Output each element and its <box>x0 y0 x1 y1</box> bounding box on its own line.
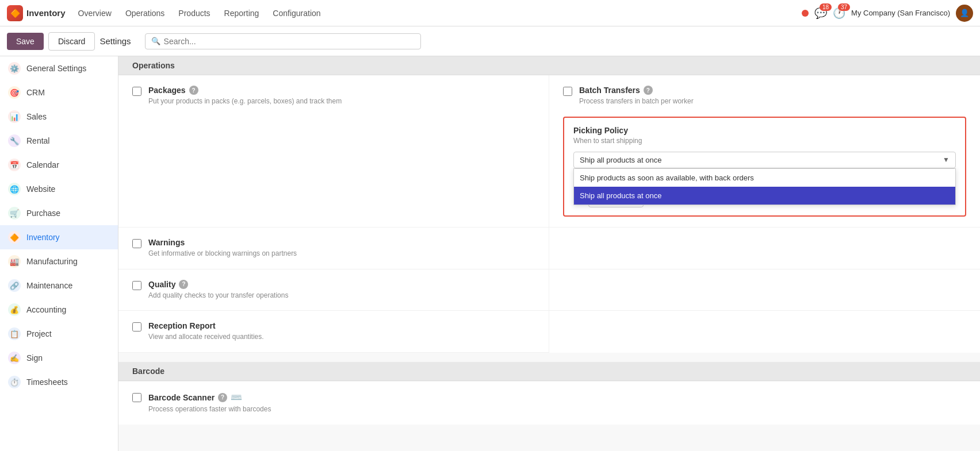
operations-settings: Packages ? Put your products in packs (e… <box>118 75 980 353</box>
sidebar-label-accounting: Accounting <box>26 305 66 314</box>
toolbar: Save Discard Settings 🔍 <box>0 26 980 56</box>
dropdown-option-1[interactable]: Ship all products at once <box>574 187 955 205</box>
barcode-section-header: Barcode <box>118 362 980 381</box>
timesheets-icon: ⏱️ <box>8 376 21 388</box>
save-button[interactable]: Save <box>7 33 44 50</box>
sidebar-label-sales: Sales <box>26 112 47 121</box>
sidebar-item-project[interactable]: 📋 Project <box>0 322 118 346</box>
calendar-icon: 📅 <box>8 159 21 171</box>
sidebar-item-calendar[interactable]: 📅 Calendar <box>0 153 118 177</box>
sidebar-label-timesheets: Timesheets <box>26 377 68 387</box>
warnings-info: Warnings Get informative or blocking war… <box>148 238 535 259</box>
barcode-scanner-checkbox[interactable] <box>132 393 141 402</box>
sidebar-item-manufacturing[interactable]: 🏭 Manufacturing <box>0 249 118 273</box>
general-settings-icon: ⚙️ <box>8 62 21 75</box>
sidebar-item-purchase[interactable]: 🛒 Purchase <box>0 201 118 225</box>
barcode-scanner-setting: Barcode Scanner ? ⌨️ Process operations … <box>118 381 980 425</box>
company-name: My Company (San Francisco) <box>851 9 950 17</box>
barcode-scanner-help-icon[interactable]: ? <box>218 393 227 402</box>
content-area: Operations Packages ? Put your products … <box>118 56 980 451</box>
quality-right-empty <box>549 269 980 311</box>
main-layout: ⚙️ General Settings 🎯 CRM 📊 Sales 🔧 Rent… <box>0 56 980 451</box>
app-title: Inventory <box>26 8 66 18</box>
right-col-batch-picking: Batch Transfers ? Process transfers in b… <box>549 75 980 228</box>
purchase-icon: 🛒 <box>8 207 21 219</box>
nav-overview[interactable]: Overview <box>72 5 117 21</box>
batch-help-icon[interactable]: ? <box>644 86 653 95</box>
dropdown-current-value[interactable]: Ship all products at once ▼ <box>573 152 956 168</box>
batch-desc: Process transfers in batch per worker <box>579 97 966 106</box>
sidebar-item-timesheets[interactable]: ⏱️ Timesheets <box>0 370 118 394</box>
app-logo[interactable]: 🔶 Inventory <box>7 5 66 21</box>
sidebar-item-maintenance[interactable]: 🔗 Maintenance <box>0 273 118 298</box>
quality-checkbox[interactable] <box>132 281 141 290</box>
sidebar-item-rental[interactable]: 🔧 Rental <box>0 129 118 153</box>
warnings-checkbox[interactable] <box>132 239 141 248</box>
sidebar-label-rental: Rental <box>26 136 49 145</box>
quality-desc: Add quality checks to your transfer oper… <box>148 291 535 300</box>
operations-section-header: Operations <box>118 56 980 75</box>
picking-policy-dropdown[interactable]: Ship all products at once ▼ Ship product… <box>573 152 956 168</box>
nav-operations[interactable]: Operations <box>120 5 170 21</box>
sidebar-item-sign[interactable]: ✍️ Sign <box>0 346 118 370</box>
rental-icon: 🔧 <box>8 134 21 147</box>
clock-button[interactable]: 🕐 37 <box>833 7 845 20</box>
nav-products[interactable]: Products <box>173 5 216 21</box>
nav-reporting[interactable]: Reporting <box>219 5 265 21</box>
barcode-scanner-title: Barcode Scanner ? ⌨️ <box>148 392 966 403</box>
notification-dot[interactable] <box>802 10 809 17</box>
logo-icon: 🔶 <box>7 5 23 21</box>
reception-right-empty <box>549 311 980 353</box>
sidebar-item-inventory[interactable]: 🔶 Inventory <box>0 225 118 249</box>
sidebar-item-website[interactable]: 🌐 Website <box>0 177 118 201</box>
user-avatar[interactable]: 👤 <box>956 5 973 22</box>
packages-info: Packages ? Put your products in packs (e… <box>148 86 535 106</box>
sidebar: ⚙️ General Settings 🎯 CRM 📊 Sales 🔧 Rent… <box>0 56 118 451</box>
barcode-icon: ⌨️ <box>231 392 242 403</box>
nav-configuration[interactable]: Configuration <box>267 5 326 21</box>
picking-policy-box: Picking Policy When to start shipping Sh… <box>563 117 966 217</box>
manufacturing-icon: 🏭 <box>8 255 21 268</box>
reception-report-setting: Reception Report View and allocate recei… <box>118 311 549 353</box>
reception-report-title: Reception Report <box>148 321 535 330</box>
warnings-title: Warnings <box>148 238 535 247</box>
sidebar-label-manufacturing: Manufacturing <box>26 257 78 266</box>
picking-policy-subtitle: When to start shipping <box>573 137 956 145</box>
quality-help-icon[interactable]: ? <box>179 280 188 289</box>
barcode-scanner-info: Barcode Scanner ? ⌨️ Process operations … <box>148 392 966 414</box>
sidebar-label-inventory: Inventory <box>26 233 60 242</box>
sidebar-item-general-settings[interactable]: ⚙️ General Settings <box>0 56 118 80</box>
crm-icon: 🎯 <box>8 86 21 99</box>
dropdown-options-list: Ship products as soon as available, with… <box>573 168 956 205</box>
chat-button[interactable]: 💬 18 <box>814 7 827 20</box>
sidebar-label-purchase: Purchase <box>26 209 60 218</box>
sidebar-label-calendar: Calendar <box>26 160 59 169</box>
batch-title: Batch Transfers ? <box>579 86 966 95</box>
maintenance-icon: 🔗 <box>8 279 21 292</box>
sidebar-item-accounting[interactable]: 💰 Accounting <box>0 298 118 322</box>
sidebar-item-sales[interactable]: 📊 Sales <box>0 105 118 129</box>
search-input[interactable] <box>164 37 415 46</box>
warnings-right-empty <box>549 228 980 269</box>
inventory-icon: 🔶 <box>8 231 21 244</box>
accounting-icon: 💰 <box>8 303 21 316</box>
quality-setting: Quality ? Add quality checks to your tra… <box>118 269 549 311</box>
batch-transfers-checkbox[interactable] <box>563 87 572 96</box>
sidebar-label-general-settings: General Settings <box>26 64 86 73</box>
reception-report-checkbox[interactable] <box>132 322 141 331</box>
packages-setting: Packages ? Put your products in packs (e… <box>118 75 549 228</box>
dropdown-option-0[interactable]: Ship products as soon as available, with… <box>574 169 955 187</box>
search-icon: 🔍 <box>151 37 160 45</box>
sidebar-item-crm[interactable]: 🎯 CRM <box>0 80 118 105</box>
sidebar-label-website: Website <box>26 184 55 194</box>
packages-desc: Put your products in packs (e.g. parcels… <box>148 97 535 106</box>
packages-help-icon[interactable]: ? <box>189 86 198 95</box>
packages-checkbox[interactable] <box>132 87 141 96</box>
sales-icon: 📊 <box>8 110 21 123</box>
discard-button[interactable]: Discard <box>48 32 95 51</box>
sidebar-label-maintenance: Maintenance <box>26 281 72 290</box>
activity-indicator <box>802 10 809 17</box>
search-bar[interactable]: 🔍 <box>145 33 421 49</box>
sidebar-label-project: Project <box>26 329 52 338</box>
sidebar-label-crm: CRM <box>26 88 45 97</box>
